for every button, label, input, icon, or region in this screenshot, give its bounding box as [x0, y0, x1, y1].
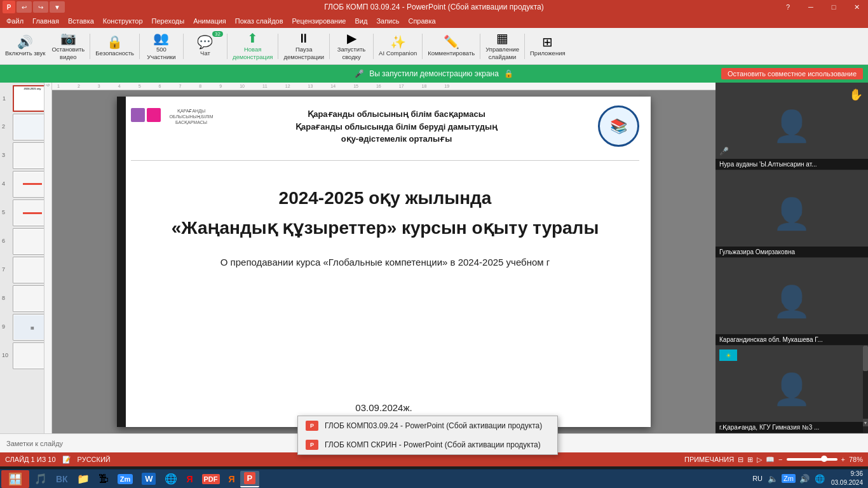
- menu-animations[interactable]: Анимация: [189, 16, 230, 26]
- volume-tray-icon[interactable]: 🔈: [766, 474, 779, 484]
- menu-help[interactable]: Справка: [404, 16, 439, 26]
- minimize-btn[interactable]: ─: [799, 0, 822, 14]
- slide-thumb-2[interactable]: 2: [13, 114, 44, 140]
- slide-thumb-4[interactable]: 4: [13, 171, 44, 198]
- menu-home[interactable]: Главная: [29, 16, 63, 26]
- slide-thumb-10[interactable]: 10: [13, 342, 44, 369]
- video-scrollbar[interactable]: ▼: [863, 346, 868, 433]
- stop-video-btn[interactable]: 📷 Остановитьвидео: [49, 30, 87, 63]
- stop-video-label: Остановитьвидео: [51, 46, 85, 60]
- taskbar-word[interactable]: W: [138, 471, 159, 487]
- slide-thumb-content-2: [14, 115, 44, 139]
- zoom-in-btn[interactable]: +: [841, 456, 845, 463]
- slide-thumb-6[interactable]: 6: [13, 228, 44, 255]
- chat-badge: 32: [212, 31, 223, 37]
- slide-num-2: 2: [2, 123, 5, 130]
- taskbar-zoom[interactable]: Zm: [114, 471, 137, 487]
- context-menu-item-2[interactable]: P ГЛОБ КОМП СКРИН - PowerPoint (Сбой акт…: [298, 435, 557, 454]
- slide-thumb-9[interactable]: 9 ▦: [13, 314, 44, 341]
- sep4: [227, 34, 227, 59]
- speaker-icon[interactable]: 🔊: [798, 474, 811, 484]
- taskbar-tray: RU 🔈 Zm 🔊 🌐 9:36 03.09.2024: [751, 469, 868, 488]
- help-btn[interactable]: ?: [776, 0, 799, 14]
- slide-num-9: 9: [2, 323, 5, 330]
- comment-label: Комментировать: [428, 50, 475, 57]
- slide-thumb-8[interactable]: 8: [13, 285, 44, 312]
- stop-sharing-btn[interactable]: Остановить совместное использование: [721, 68, 863, 79]
- menu-insert[interactable]: Вставка: [64, 16, 98, 26]
- taskbar-archiver[interactable]: 🗜: [95, 471, 112, 487]
- slide-thumb-1[interactable]: 1 2024-2025 оқу: [13, 85, 44, 112]
- zoom-slider[interactable]: [787, 458, 837, 461]
- restore-btn[interactable]: □: [822, 0, 845, 14]
- taskbar-vk[interactable]: ВК: [52, 471, 72, 487]
- slide-thumb-7[interactable]: 7: [13, 257, 44, 283]
- ai-label: AI Companion: [379, 50, 417, 57]
- emblem-icon: 📚: [610, 118, 627, 135]
- slide-view-area: 12345678910111213141516171819 ҚАРАҒАНДЫ …: [52, 83, 715, 433]
- security-btn[interactable]: 🔒 Безопасность: [93, 30, 137, 63]
- powerpoint-taskbar-icon: P: [244, 472, 256, 484]
- slide-num-1: 1: [3, 95, 6, 102]
- taskbar-media[interactable]: 🎵: [31, 471, 51, 487]
- taskbar-chrome[interactable]: 🌐: [161, 471, 181, 487]
- files-icon: 📁: [77, 473, 90, 485]
- zoom-out-btn[interactable]: −: [778, 456, 782, 463]
- menu-view[interactable]: Вид: [351, 16, 371, 26]
- taskbar-yandex[interactable]: Я: [182, 471, 196, 487]
- comment-btn[interactable]: ✏️ Комментировать: [425, 30, 477, 63]
- slide-main-title: 2024-2025 оқу жылында «Жаңандық құзыретт…: [131, 186, 639, 269]
- menu-transitions[interactable]: Переходы: [148, 16, 189, 26]
- org-line2: Қарағанды облысында білім беруді дамытуд…: [200, 121, 593, 133]
- pause-demo-btn[interactable]: ⏸ Паузадемонстрации: [281, 30, 327, 63]
- slide-thumb-content-3: [14, 144, 44, 168]
- slide-thumb-content-10: [14, 344, 44, 368]
- manage-slides-btn[interactable]: ▦ Управлениеслайдами: [483, 30, 522, 63]
- sep1: [90, 34, 90, 59]
- slide-title-kz-line1: 2024-2025 оқу жылында: [131, 186, 639, 210]
- menu-design[interactable]: Конструктор: [99, 16, 147, 26]
- context-menu-item-1[interactable]: P ГЛОБ КОМП03.09.24 - PowerPoint (Сбой а…: [298, 416, 557, 435]
- chat-btn[interactable]: 💬 32 Чат: [186, 30, 224, 63]
- close-btn[interactable]: ✕: [845, 0, 868, 14]
- network-icon[interactable]: 🌐: [813, 474, 826, 484]
- apps-icon: ⊞: [542, 36, 553, 48]
- taskbar-powerpoint[interactable]: P: [240, 471, 260, 487]
- ai-companion-btn[interactable]: ✨ AI Companion: [376, 30, 419, 63]
- new-demo-btn[interactable]: ⬆ Новаядемонстрация: [230, 30, 275, 63]
- lang-indicator[interactable]: RU: [751, 475, 764, 482]
- slide-thumb-5[interactable]: 5: [13, 200, 44, 226]
- run-summary-btn[interactable]: ▶ Запуститьсводку: [332, 30, 370, 63]
- undo-btn[interactable]: ↩: [17, 1, 32, 13]
- redo-btn[interactable]: ↪: [33, 1, 48, 13]
- menu-record[interactable]: Запись: [372, 16, 403, 26]
- sep5: [278, 34, 278, 59]
- slide-thumb-content-9: ▦: [14, 315, 44, 339]
- apps-btn[interactable]: ⊞ Приложения: [527, 30, 568, 63]
- slide-thumb-3[interactable]: 3: [13, 142, 44, 169]
- org-line1: Қарағанды облысының білім басқармасы: [200, 108, 593, 121]
- view-grid-icon: ⊞: [747, 456, 753, 464]
- org-line3: оқу-әдістемелік орталығы: [200, 133, 593, 146]
- scroll-down[interactable]: ▼: [863, 419, 868, 426]
- slide-thumb-content-7: [14, 258, 44, 282]
- custom-btn[interactable]: ▼: [50, 1, 65, 13]
- notes-label: Заметки к слайду: [6, 440, 63, 447]
- slides-icon: ▦: [496, 32, 508, 44]
- participants-btn[interactable]: 👥 500Участники: [142, 30, 180, 63]
- slide-canvas[interactable]: ҚАРАҒАНДЫ ОБЛЫСЫНЫҢ БІЛІМ БАСҚАРМАСЫ 📚 Қ…: [117, 97, 651, 427]
- status-right: ПРИМЕЧАНИЯ ⊟ ⊞ ▷ 📖 − + 78%: [684, 456, 868, 464]
- start-button[interactable]: 🪟: [1, 470, 29, 488]
- taskbar-yandex2[interactable]: Я: [225, 471, 239, 487]
- system-clock[interactable]: 9:36 03.09.2024: [829, 470, 865, 487]
- taskbar-files[interactable]: 📁: [73, 471, 93, 487]
- menu-slideshow[interactable]: Показ слайдов: [231, 16, 287, 26]
- slide-thumb-content-8: [14, 287, 44, 311]
- taskbar-pdf[interactable]: PDF: [198, 471, 224, 487]
- menu-file[interactable]: Файл: [3, 16, 27, 26]
- slide-date: 03.09.2024ж.: [355, 402, 412, 413]
- menu-review[interactable]: Рецензирование: [288, 16, 350, 26]
- notif-camera-icon: 🔒: [504, 69, 513, 78]
- org-emblem: 📚: [598, 105, 639, 147]
- enable-sound-btn[interactable]: 🔊 Включить звук: [3, 30, 48, 63]
